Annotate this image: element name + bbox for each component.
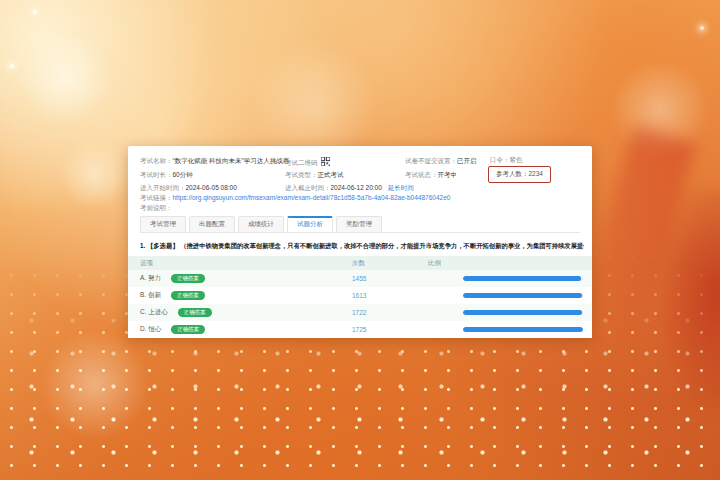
tab-exam-management[interactable]: 考试管理 xyxy=(140,216,186,232)
option-b-count: 1613 xyxy=(352,292,428,299)
ratio-bar-track xyxy=(463,276,583,281)
question-text: 1. 【多选题】 （推进中铁物资集团的改革创新理念，只有不断创新进取，改掉不合理… xyxy=(140,242,584,251)
option-a-label: A. 努力 xyxy=(140,274,161,283)
exam-name-label: 考试名称： xyxy=(140,157,173,164)
tab-question-analysis[interactable]: 试题分析 xyxy=(287,216,333,232)
table-header-row: 选项 次数 比例 xyxy=(128,256,592,270)
exam-type-row: 考试类型：正式考试 xyxy=(285,171,344,180)
header-option: 选项 xyxy=(128,259,352,268)
exam-qrcode-label: 考试二维码 xyxy=(285,159,318,166)
exam-type-value: 正式考试 xyxy=(318,171,344,178)
correct-answer-badge: 正确答案 xyxy=(171,291,205,301)
exam-deadline-label: 进入截止时间： xyxy=(285,184,331,191)
exam-deadline-value: 2024-06-12 20:00 xyxy=(331,184,382,191)
exam-status-value: 开考中 xyxy=(438,171,458,178)
exam-start-time-row: 进入开始时间：2024-06-05 08:00 xyxy=(140,184,237,193)
exam-detail-panel: 考试名称：“数字化赋能 科技向未来”学习达人挑战赛 考试时长：60分钟 进入开始… xyxy=(128,146,592,338)
exam-start-time-value: 2024-06-05 08:00 xyxy=(186,184,237,191)
extend-time-link[interactable]: 延长时间 xyxy=(388,184,414,191)
table-row-option-b: B. 创新正确答案 1613 xyxy=(128,287,592,304)
exam-link-label: 考试链接： xyxy=(140,194,173,201)
paper-submit-setting-row: 试卷不提交设置：已开启 xyxy=(405,157,477,166)
exam-link-row: 考试链接：https://org.qingsuyun.com/fmsexam/e… xyxy=(140,194,450,203)
exam-name-value: “数字化赋能 科技向未来”学习达人挑战赛 xyxy=(173,157,290,164)
exam-duration-label: 考试时长： xyxy=(140,171,173,178)
table-row-option-c: C. 上进心正确答案 1722 xyxy=(128,304,592,321)
question-type-tag: 【多选题】 xyxy=(147,242,178,249)
option-c-count: 1722 xyxy=(352,309,428,316)
exam-status-row: 考试状态：开考中 xyxy=(405,171,457,180)
question-body: （推进中铁物资集团的改革创新理念，只有不断创新进取，改掉不合理的部分，才能提升市… xyxy=(180,242,584,249)
exam-notice-row: 考前说明： xyxy=(140,204,173,213)
ratio-bar-track xyxy=(463,327,583,332)
exam-status-label: 考试状态： xyxy=(405,171,438,178)
exam-password: 口令：紫色 xyxy=(490,156,523,165)
correct-answer-badge: 正确答案 xyxy=(171,325,205,335)
tab-bar: 考试管理 出题配置 成绩统计 试题分析 奖励管理 xyxy=(140,214,580,233)
table-row-option-a: A. 努力正确答案 1455 xyxy=(128,270,592,287)
paper-submit-setting-value: 已开启 xyxy=(457,157,477,164)
exam-deadline-row: 进入截止时间：2024-06-12 20:00 延长时间 xyxy=(285,184,414,193)
ratio-bar-fill xyxy=(463,310,582,315)
ratio-bar-track xyxy=(463,310,583,315)
option-d-count: 1725 xyxy=(352,326,428,333)
exam-type-label: 考试类型： xyxy=(285,171,318,178)
ratio-bar-track xyxy=(463,293,583,298)
qr-code-icon[interactable] xyxy=(321,157,330,167)
ratio-bar-fill xyxy=(463,276,581,281)
participants-count-highlight: 参考人数：2234 xyxy=(488,166,551,183)
exam-start-time-label: 进入开始时间： xyxy=(140,184,186,191)
table-row-option-d: D. 恒心正确答案 1725 xyxy=(128,321,592,338)
ratio-bar-fill xyxy=(463,293,582,298)
exam-duration-row: 考试时长：60分钟 xyxy=(140,171,193,180)
paper-submit-setting-label: 试卷不提交设置： xyxy=(405,157,457,164)
tab-question-config[interactable]: 出题配置 xyxy=(189,216,235,232)
ratio-bar-fill xyxy=(463,327,583,332)
header-count: 次数 xyxy=(352,259,428,268)
option-a-count: 1455 xyxy=(352,275,428,282)
exam-name-row: 考试名称：“数字化赋能 科技向未来”学习达人挑战赛 xyxy=(140,157,289,166)
option-analysis-table: 选项 次数 比例 A. 努力正确答案 1455 B. 创新正确答案 1613 C… xyxy=(128,256,592,338)
tab-reward-management[interactable]: 奖励管理 xyxy=(336,216,382,232)
exam-link-url[interactable]: https://org.qingsuyun.com/fmsexam/exam/e… xyxy=(173,194,451,201)
question-number: 1. xyxy=(140,242,145,249)
tab-score-statistics[interactable]: 成绩统计 xyxy=(238,216,284,232)
option-b-label: B. 创新 xyxy=(140,291,161,300)
correct-answer-badge: 正确答案 xyxy=(171,274,205,284)
correct-answer-badge: 正确答案 xyxy=(178,308,212,318)
header-ratio: 比例 xyxy=(428,259,592,268)
option-c-label: C. 上进心 xyxy=(140,308,168,317)
exam-duration-value: 60分钟 xyxy=(173,171,193,178)
exam-qrcode-row: 考试二维码 xyxy=(285,157,330,168)
exam-notice-label: 考前说明： xyxy=(140,204,173,211)
option-d-label: D. 恒心 xyxy=(140,325,161,334)
